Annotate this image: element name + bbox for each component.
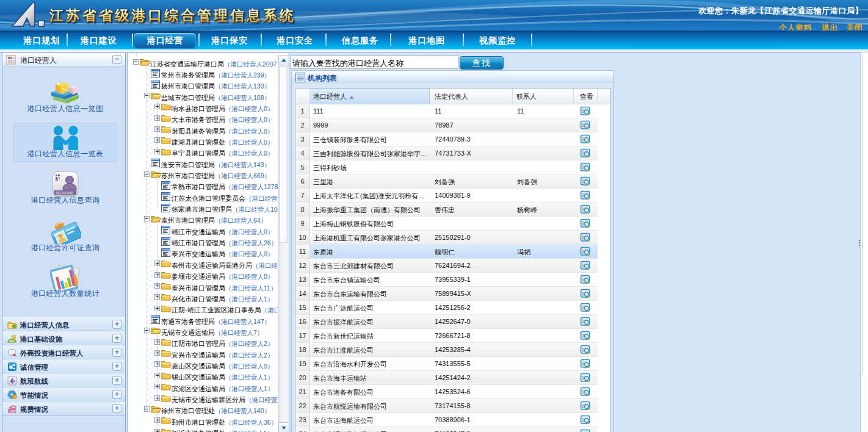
svg-text:805.430.6080: 805.430.6080 (56, 192, 73, 195)
svg-text:江苏省省级港口综合管理信息系统: 江苏省省级港口综合管理信息系统 (49, 7, 296, 23)
